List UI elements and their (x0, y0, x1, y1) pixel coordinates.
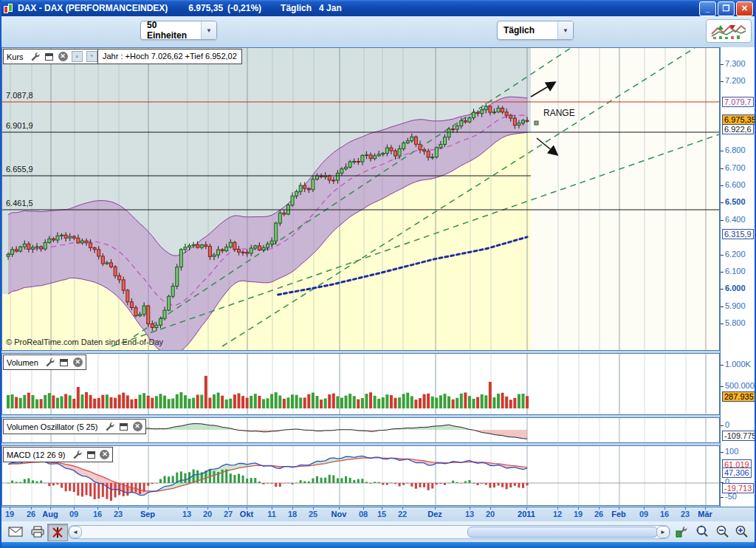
time-axis-label[interactable]: 26 (27, 510, 35, 518)
close-icon[interactable]: ✕ (73, 357, 83, 367)
axis-label: 6.100 (725, 267, 746, 275)
time-axis-label[interactable]: Mär (698, 510, 712, 518)
close-button[interactable]: ✕ (736, 1, 753, 16)
time-axis-label[interactable]: 20 (486, 510, 495, 518)
zoom-out-icon[interactable] (713, 524, 732, 540)
price-axis[interactable]: 7.3007.2006.8006.7006.6006.5006.4006.200… (720, 47, 756, 507)
scroll-right-icon[interactable]: ► (656, 526, 670, 538)
price-legend: Jahr : +Hoch 7.026,62 +Tief 6.952,02 (97, 49, 242, 64)
axis-label: 6.700 (725, 163, 746, 172)
axis-value-badge: 6.922,6 (722, 124, 754, 134)
axis-value-badge: 6.975,35 (722, 114, 756, 125)
volume-panel-header[interactable]: Volumen ✕ (3, 355, 86, 370)
time-axis-label[interactable]: 16 (93, 510, 102, 518)
period-dropdown-value: Täglich (498, 25, 557, 35)
close-icon[interactable]: ✕ (133, 422, 142, 431)
time-axis-label[interactable]: Nov (331, 510, 347, 518)
title-bar[interactable]: DAX - DAX (PERFORMANCEINDEX) 6.975,35 (-… (0, 0, 756, 16)
time-axis-label[interactable]: 19 (5, 510, 14, 518)
time-axis-label[interactable]: 09 (69, 510, 78, 518)
time-axis-label[interactable]: Feb (611, 510, 626, 518)
time-axis-label[interactable]: Dez (427, 510, 442, 518)
price-panel-title: Kurs (7, 52, 24, 61)
wrench-icon[interactable] (45, 357, 55, 368)
time-axis-label[interactable]: 12 (553, 510, 562, 518)
time-axis-label[interactable]: Okt (240, 510, 253, 518)
move-down-icon[interactable]: ▼ (86, 51, 97, 62)
price-line-label: 6.461,5 (6, 199, 33, 208)
move-up-icon[interactable]: ▲ (72, 51, 83, 62)
time-axis-label[interactable]: 15 (377, 510, 386, 518)
time-axis-label[interactable]: 13 (182, 510, 191, 518)
axis-label: 6.400 (725, 215, 746, 224)
detach-window-icon[interactable] (44, 52, 55, 62)
price-chart-canvas[interactable]: RANGE (2, 48, 719, 350)
time-axis-label[interactable]: Aug (42, 510, 58, 518)
units-dropdown[interactable]: 50 Einheiten ▼ (140, 21, 217, 40)
scrollbar-thumb[interactable] (467, 527, 658, 538)
axis-label: 0 (725, 420, 729, 429)
zoom-dynamic-icon[interactable] (693, 524, 712, 540)
chevron-down-icon[interactable]: ▼ (201, 21, 216, 39)
time-axis-label[interactable]: 19 (574, 510, 583, 518)
time-axis-label[interactable]: 16 (660, 510, 669, 518)
time-axis-label[interactable]: 18 (288, 510, 297, 518)
top-toolbar: 50 Einheiten ▼ Täglich ▼ (0, 16, 756, 48)
macd-panel-header[interactable]: MACD (12 26 9) ✕ (3, 447, 113, 462)
print-icon[interactable] (28, 524, 47, 540)
wrench-icon[interactable] (72, 450, 82, 460)
volume-oscillator-header[interactable]: Volumen Oszillator (5 25) ✕ (3, 419, 146, 434)
time-axis-label[interactable]: 25 (309, 510, 317, 518)
price-panel-header[interactable]: Kurs ✕ ▲ ▼ (3, 49, 101, 64)
time-axis-label[interactable]: 27 (224, 510, 233, 518)
chart-tools-icon[interactable] (672, 524, 691, 540)
title-price: 6.975,35 (188, 3, 223, 13)
zoom-in-icon[interactable] (732, 524, 752, 540)
period-dropdown[interactable]: Täglich ▼ (497, 21, 574, 40)
title-period: Täglich (281, 3, 312, 13)
time-axis-label[interactable]: 20 (203, 510, 212, 518)
price-line-label: 6.655,9 (6, 165, 33, 174)
volume-chart-canvas[interactable] (2, 354, 719, 414)
detach-window-icon[interactable] (119, 422, 129, 432)
window-title: DAX - DAX (PERFORMANCEINDEX) (18, 3, 168, 13)
wrench-icon[interactable] (105, 422, 115, 432)
time-axis-label[interactable]: 22 (398, 510, 407, 518)
time-axis-label[interactable]: 09 (639, 510, 648, 518)
mini-chart-icon (710, 22, 747, 40)
time-axis-label[interactable]: Sep (140, 510, 155, 518)
time-axis-label[interactable]: 2011 (518, 510, 535, 518)
minimize-button[interactable]: _ (699, 1, 716, 16)
axis-label: 500.000 (725, 381, 755, 390)
mail-icon[interactable] (6, 524, 25, 540)
close-icon[interactable]: ✕ (58, 52, 68, 61)
volume-panel[interactable] (1, 353, 720, 415)
detach-window-icon[interactable] (59, 357, 69, 368)
price-panel[interactable]: RANGE (1, 47, 720, 351)
time-axis-label[interactable]: 23 (681, 510, 690, 518)
time-axis-label[interactable]: 11 (267, 510, 276, 518)
time-axis-label[interactable]: 08 (359, 510, 368, 518)
time-axis-label[interactable]: 13 (465, 510, 474, 518)
chart-display-settings-button[interactable] (706, 19, 752, 43)
detach-window-icon[interactable] (86, 450, 96, 460)
wrench-icon[interactable] (30, 52, 41, 62)
window-edge-left (0, 0, 1, 548)
pointer-mode-off-icon[interactable] (47, 524, 68, 541)
axis-label: 1.000K (725, 360, 751, 369)
axis-label: 6.000 (725, 284, 746, 292)
app-candlestick-icon (3, 3, 13, 13)
scroll-left-icon[interactable]: ◄ (69, 526, 82, 538)
svg-text:RANGE: RANGE (543, 108, 575, 118)
time-axis-label[interactable]: 26 (594, 510, 603, 518)
close-icon[interactable]: ✕ (100, 450, 109, 459)
horizontal-scrollbar[interactable]: ◄ ► (68, 525, 670, 539)
maximize-button[interactable]: ❐ (718, 1, 735, 16)
units-dropdown-value: 50 Einheiten (141, 20, 201, 41)
axis-label: 6.800 (725, 145, 746, 154)
axis-value-badge: 47,306 (722, 467, 752, 478)
title-change: (-0,21%) (227, 3, 261, 13)
chevron-down-icon[interactable]: ▼ (557, 21, 573, 39)
time-axis-label[interactable]: 23 (114, 510, 123, 518)
time-axis[interactable]: 1926Aug091623Sep132027Okt111825Nov081522… (0, 507, 756, 522)
